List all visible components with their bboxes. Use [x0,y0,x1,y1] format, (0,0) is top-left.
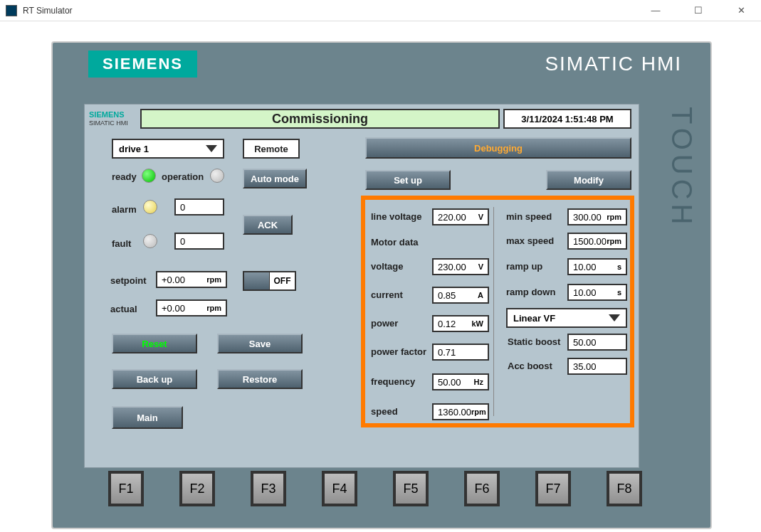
modify-button[interactable]: Modify [546,170,631,190]
alarm-label: alarm [112,204,137,215]
page-title: Commissioning [140,109,500,129]
drive-select-value: drive 1 [119,144,149,154]
sub-logo: SIEMENS [89,110,125,119]
current-box[interactable]: 0.85 A [432,287,489,304]
minimize-button[interactable]: — [641,2,670,19]
main-button[interactable]: Main [112,406,183,429]
window-titlebar: RT Simulator — ☐ ✕ [0,0,761,21]
rampdown-label: ramp down [506,287,555,297]
voltage-label: voltage [371,261,404,272]
touch-label: TOUCH [666,107,698,228]
toggle-state: OFF [270,276,295,286]
alarm-led [143,200,157,214]
speed-label: speed [371,406,398,417]
acc-boost-box[interactable]: 35.00 [567,358,627,375]
motor-data-label: Motor data [371,237,418,248]
pf-label: power factor [371,346,426,357]
automode-button[interactable]: Auto mode [243,169,307,188]
debugging-button[interactable]: Debugging [365,137,631,159]
drive-select-dropdown[interactable]: drive 1 [112,139,224,159]
chevron-down-icon [609,314,620,321]
vf-mode-value: Linear VF [513,313,555,324]
alarm-value-box[interactable]: 0 [174,198,224,216]
remote-button[interactable]: Remote [243,139,300,159]
static-boost-box[interactable]: 50.00 [567,334,627,351]
max-speed-label: max speed [506,235,554,246]
max-speed-box[interactable]: 1500.00 rpm [567,233,627,250]
setup-button[interactable]: Set up [365,170,451,190]
line-voltage-box[interactable]: 220.00 V [432,208,489,225]
fkey-f8[interactable]: F8 [607,471,642,506]
line-voltage-label: line voltage [371,211,422,222]
content-panel: SIEMENS SIMATIC HMI Commissioning 3/11/2… [84,104,639,468]
brand-text: SIMATIC HMI [545,53,682,75]
power-box[interactable]: 0.12 kW [432,315,489,332]
chevron-down-icon [206,145,217,152]
speed-box[interactable]: 1360.00 rpm [432,403,489,420]
fkey-f6[interactable]: F6 [464,471,500,506]
fault-label: fault [112,238,131,249]
toggle-knob [244,272,270,289]
fkey-f3[interactable]: F3 [251,471,286,506]
pf-box[interactable]: 0.71 [432,344,489,361]
fkey-f1[interactable]: F1 [108,471,144,506]
actual-label: actual [110,304,137,314]
static-boost-label: Static boost [508,336,560,347]
setpoint-label: setpoint [110,275,147,286]
backup-button[interactable]: Back up [112,369,197,389]
reset-button[interactable]: Reset [112,334,197,353]
fkey-f2[interactable]: F2 [179,471,215,506]
hmi-frame: SIEMENS SIMATIC HMI TOUCH SIEMENS SIMATI… [51,41,712,529]
current-label: current [371,289,403,300]
operation-led [210,169,224,183]
fkey-f4[interactable]: F4 [322,471,357,506]
fkey-f7[interactable]: F7 [535,471,571,506]
close-button[interactable]: ✕ [727,2,755,19]
fault-value-box[interactable]: 0 [174,233,224,250]
rampup-label: ramp up [506,261,542,272]
siemens-logo: SIEMENS [88,50,197,78]
operation-label: operation [162,171,204,182]
restore-button[interactable]: Restore [217,369,303,389]
actual-value-box: +0.00 rpm [156,299,227,316]
rampdown-box[interactable]: 10.00 s [567,284,627,301]
vf-mode-dropdown[interactable]: Linear VF [506,308,627,328]
maximize-button[interactable]: ☐ [684,2,713,19]
rampup-box[interactable]: 10.00 s [567,258,627,275]
fkey-f5[interactable]: F5 [393,471,429,506]
window-title: RT Simulator [23,6,73,16]
parameter-panel: line voltage 220.00 V Motor data voltage… [361,196,634,427]
ack-button[interactable]: ACK [243,215,293,235]
app-icon [6,5,17,16]
min-speed-box[interactable]: 300.00 rpm [567,208,627,225]
save-button[interactable]: Save [217,334,303,353]
sub-brand: SIMATIC HMI [89,119,128,127]
setpoint-value-box[interactable]: +0.00 rpm [156,271,227,288]
ready-led [142,169,156,183]
fkey-row: F1 F2 F3 F4 F5 F6 F7 F8 [108,471,642,506]
acc-boost-label: Acc boost [508,361,552,371]
freq-label: frequency [371,376,415,387]
run-toggle[interactable]: OFF [243,271,296,291]
fault-led [143,234,157,248]
datetime: 3/11/2024 1:51:48 PM [503,109,631,129]
power-label: power [371,318,398,329]
ready-label: ready [112,171,137,182]
voltage-box[interactable]: 230.00 V [432,258,489,275]
min-speed-label: min speed [506,211,552,222]
freq-box[interactable]: 50.00 Hz [432,373,489,390]
